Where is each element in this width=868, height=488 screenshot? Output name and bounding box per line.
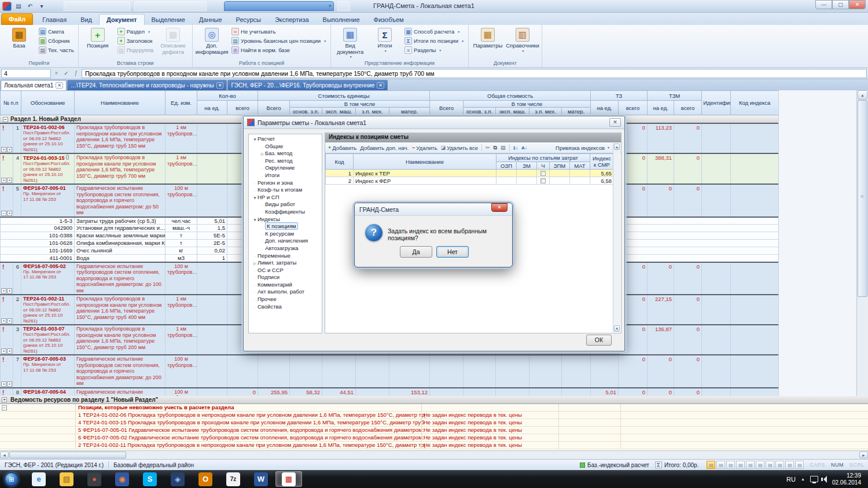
status-view-icon-9[interactable]: ▤ — [785, 461, 794, 469]
resource-note-row[interactable]: 5 ФЕР16-07-005-01 Гидравлическое испытан… — [0, 427, 868, 434]
ribbon-tab-6[interactable]: Данные — [192, 14, 229, 25]
ribbon-tab-8[interactable]: Экспертиза — [268, 14, 316, 25]
maximize-button[interactable]: ▢ — [832, 0, 849, 9]
ribbon-button-postotals[interactable]: ΣИтоги по позиции▼ — [403, 36, 466, 45]
add-index-button[interactable]: +Добавить — [328, 145, 356, 151]
scroll-down-icon[interactable]: ▼ — [614, 325, 620, 332]
formula-input[interactable]: Прокладка трубопроводов в проходном кана… — [82, 69, 867, 78]
expand-icon[interactable]: + — [1, 318, 6, 324]
no-button[interactable]: Нет — [436, 246, 469, 258]
scroll-up-icon[interactable]: ▲ — [858, 90, 867, 100]
taskbar-app-internet-explorer[interactable]: e — [25, 471, 52, 487]
ribbon-tab-10[interactable]: Физобъем — [367, 14, 411, 25]
ribbon-button-refs[interactable]: ▥Справочники▼ — [506, 26, 539, 58]
index-checkbox[interactable] — [540, 178, 546, 184]
confirm-icon[interactable]: ✓ — [62, 70, 71, 76]
cut-icon[interactable]: ✂ — [486, 145, 490, 151]
resource-note-row[interactable]: 2 ТЕР24-01-002-11 Прокладка трубопроводо… — [0, 442, 868, 449]
index-row[interactable]: 2Индекс к ФЕР6,58 — [326, 177, 614, 185]
sort-numeric-icon[interactable]: 1↓ — [513, 145, 518, 151]
minimize-button[interactable]: — — [815, 0, 832, 9]
expand-icon[interactable]: + — [1, 381, 6, 387]
expand-icon[interactable]: + — [1, 288, 6, 293]
dialog-scrollbar[interactable]: ▲ ▼ — [613, 143, 620, 332]
resource-note-row[interactable]: 1 ТЕР24-01-002-06 Прокладка трубопроводо… — [0, 412, 868, 419]
scroll-right-icon[interactable]: ► — [859, 452, 868, 458]
paste-icon[interactable]: ▤ — [501, 145, 506, 151]
ok-button[interactable]: ОК — [586, 335, 612, 346]
ribbon-button-defect[interactable]: ▦Описание дефекта — [156, 26, 190, 58]
ribbon-tab-7[interactable]: Ресурсы — [229, 14, 268, 25]
parameters-tree[interactable]: ▼Расчет·Общие▷Баз. метод·Рес. метод·Окру… — [248, 134, 322, 333]
close-button[interactable]: ✕ — [849, 0, 866, 9]
ribbon-tab-5[interactable]: Выделение — [145, 14, 192, 25]
document-tab-1[interactable]: Локальная смета1✕ — [1, 80, 67, 90]
tree-item-свойства[interactable]: ·Свойства — [249, 303, 322, 311]
language-indicator[interactable]: RU — [786, 476, 796, 483]
expand-icon[interactable]: + — [7, 288, 12, 293]
ribbon-button-subgroup[interactable]: ▤Подгруппа — [116, 46, 155, 54]
indexes-table[interactable]: Код Наименование Индексы по статьям затр… — [325, 153, 614, 185]
tree-item-итоги[interactable]: ·Итоги — [249, 172, 322, 179]
tree-item-ос-и-сср[interactable]: ·ОС и ССР — [249, 267, 322, 274]
status-calc-mode[interactable]: Баз.-индексный расчет — [587, 462, 649, 468]
status-view-icon-5[interactable]: ▤ — [746, 461, 755, 469]
index-checkbox[interactable] — [540, 171, 546, 176]
ribbon-button-params[interactable]: ▦Параметры — [471, 26, 505, 58]
position-row[interactable]: !++7ФЕР16-07-005-03Пр. Минрегион от 17.1… — [1, 355, 779, 388]
ribbon-button-docview[interactable]: ▦Вид документа▼ — [333, 26, 367, 60]
expand-icon[interactable]: − — [1, 211, 6, 216]
tree-item-акт-выполн-работ[interactable]: ·Акт выполн. работ — [249, 288, 322, 296]
tab-close-icon[interactable]: ✕ — [216, 82, 224, 89]
index-binding-button[interactable]: Привязка индексов▼ — [556, 145, 610, 151]
tree-item-коэффициенты[interactable]: ·Коэффициенты — [249, 208, 322, 216]
cancel-icon[interactable]: × — [52, 70, 61, 76]
expand-icon[interactable]: + — [2, 397, 7, 402]
status-view-icon-6[interactable]: ▤ — [756, 461, 764, 469]
tree-item-рес-метод[interactable]: ·Рес. метод — [249, 157, 322, 165]
ribbon-tab-9[interactable]: Выполнение — [316, 14, 367, 25]
taskbar-app-skype[interactable]: S — [137, 471, 163, 487]
start-button[interactable]: ⊞ — [5, 472, 19, 486]
tree-item-подписи[interactable]: ·Подписи — [249, 274, 322, 281]
copy-icon[interactable]: ⧉ — [494, 145, 497, 151]
resource-note-row[interactable]: 4 ТЕР24-01-003-15 Прокладка трубопроводо… — [0, 419, 868, 427]
taskbar-app-grand-smeta[interactable]: ▦ — [275, 471, 302, 487]
network-icon[interactable] — [810, 476, 818, 482]
ribbon-button-section[interactable]: +Раздел▼ — [116, 27, 155, 36]
sort-alpha-icon[interactable]: А↓ — [521, 145, 527, 151]
status-view-icon-4[interactable]: ▤ — [736, 461, 745, 469]
horizontal-scroll-thumb[interactable] — [9, 452, 126, 458]
tree-item-комментарий[interactable]: ·Комментарий — [249, 281, 322, 289]
vertical-scroll-thumb[interactable] — [858, 100, 867, 297]
scroll-left-icon[interactable]: ◄ — [0, 452, 9, 458]
tree-item-регион-и-зона[interactable]: ·Регион и зона — [249, 179, 322, 187]
expand-icon[interactable]: + — [7, 318, 12, 324]
expand-icon[interactable]: + — [7, 178, 12, 183]
tree-item-баз-метод[interactable]: ▷Баз. метод — [249, 150, 322, 157]
tab-close-icon[interactable]: ✕ — [377, 82, 384, 89]
ribbon-button-find[interactable]: ◎Найти в норм. базе — [230, 46, 328, 54]
status-total[interactable]: Итого: 0,00р. — [664, 462, 699, 468]
tree-item-лимит-затраты[interactable]: ▷Лимит. затраты — [249, 259, 322, 267]
ribbon-button-position[interactable]: +Позиция — [81, 26, 115, 58]
tree-item-округление[interactable]: ·Округление — [249, 164, 322, 172]
index-row[interactable]: 1Индекс к ТЕР5,65 — [326, 170, 614, 177]
ribbon-button-base[interactable]: ▦База — [2, 26, 36, 58]
tree-item-общие[interactable]: ·Общие — [249, 143, 322, 151]
taskbar-app-firefox[interactable]: ◉ — [109, 471, 135, 487]
ribbon-tab-1[interactable]: Файл — [1, 13, 33, 25]
ribbon-button-calcmethod[interactable]: ▦Способ расчета▼ — [403, 27, 466, 36]
taskbar-app-file-explorer[interactable]: ▤ — [53, 471, 80, 487]
clock[interactable]: 12:39 02.06.2014 — [832, 472, 863, 486]
tree-item-коэф-ты-к-итогам[interactable]: ·Коэф-ты к итогам — [249, 186, 322, 194]
expand-icon[interactable]: + — [1, 178, 6, 183]
status-view-icon-3[interactable]: ▤ — [726, 461, 735, 469]
taskbar-app-media-player[interactable]: ● — [81, 471, 108, 487]
function-icon[interactable]: ƒ — [72, 70, 80, 76]
tree-item-переменные[interactable]: ·Переменные — [249, 252, 322, 260]
tray-expand-icon[interactable]: ▲ — [801, 477, 805, 481]
expand-icon[interactable]: + — [7, 381, 12, 387]
tree-item-к-позициям[interactable]: ·К позициям — [249, 223, 322, 230]
ribbon-button-baselevel[interactable]: ▤Уровень базисных цен позиции▼ — [230, 36, 328, 45]
